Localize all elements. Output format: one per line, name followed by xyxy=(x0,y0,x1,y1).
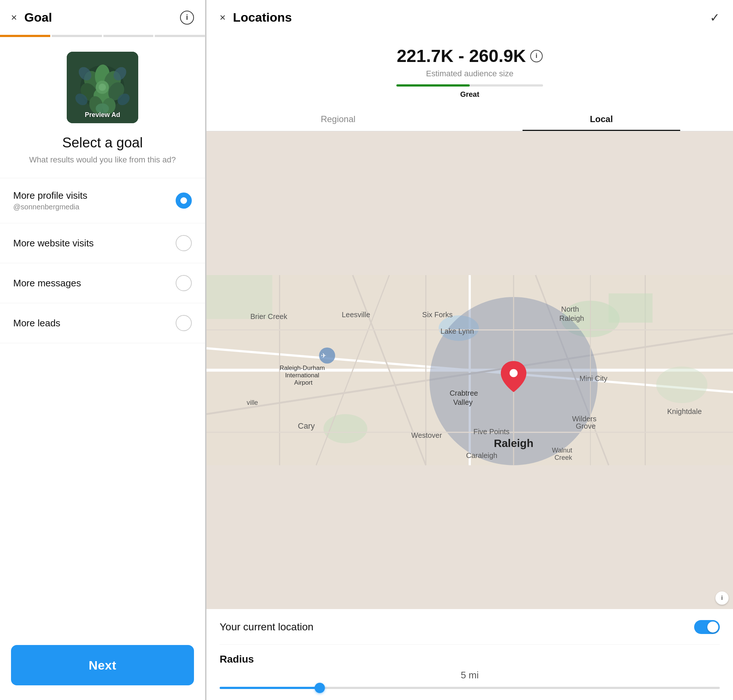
current-location-label: Your current location xyxy=(220,621,314,633)
progress-segment-3 xyxy=(103,35,154,37)
svg-text:Westover: Westover xyxy=(411,431,442,439)
tab-local[interactable]: Local xyxy=(470,107,733,131)
option-messages[interactable]: More messages xyxy=(0,263,205,303)
audience-range: 221.7K - 260.9K xyxy=(397,46,526,66)
svg-text:Lake Lynn: Lake Lynn xyxy=(440,327,474,335)
svg-point-29 xyxy=(656,367,708,403)
gauge-bar xyxy=(220,84,720,87)
select-goal-subtitle: What results would you like from this ad… xyxy=(0,155,205,165)
option-label-profile: More profile visits xyxy=(13,190,87,201)
right-close-icon[interactable]: × xyxy=(220,12,225,24)
svg-text:Creek: Creek xyxy=(555,454,572,461)
svg-text:Walnut: Walnut xyxy=(552,447,572,454)
slider-thumb[interactable] xyxy=(315,683,325,693)
right-panel: × Locations ✓ 221.7K - 260.9K i Estimate… xyxy=(206,0,733,700)
svg-text:Leesville: Leesville xyxy=(342,310,370,319)
svg-text:Brier Creek: Brier Creek xyxy=(250,312,287,321)
left-info-icon[interactable]: i xyxy=(180,10,194,25)
radius-section: Radius 5 mi xyxy=(220,653,720,689)
option-label-leads: More leads xyxy=(13,318,60,329)
svg-text:Raleigh-Durham: Raleigh-Durham xyxy=(280,365,325,372)
left-title: Goal xyxy=(24,10,52,25)
next-btn-container: Next xyxy=(0,636,205,700)
svg-text:ville: ville xyxy=(247,399,258,406)
svg-text:Raleigh: Raleigh xyxy=(494,437,534,449)
left-header: × Goal i xyxy=(0,0,205,35)
right-check-icon[interactable]: ✓ xyxy=(710,10,720,25)
progress-segment-2 xyxy=(52,35,102,37)
toggle-knob xyxy=(707,622,718,632)
svg-text:Crabtree: Crabtree xyxy=(450,389,478,397)
right-header: × Locations ✓ xyxy=(206,0,733,35)
svg-point-11 xyxy=(99,84,106,91)
slider-fill xyxy=(220,687,320,689)
left-close-icon[interactable]: × xyxy=(11,12,17,23)
svg-text:North: North xyxy=(561,305,579,313)
svg-text:Mini City: Mini City xyxy=(579,374,607,382)
gauge-label: Great xyxy=(220,90,720,99)
option-label-website: More website visits xyxy=(13,238,94,249)
option-profile-visits[interactable]: More profile visits @sonnenbergmedia xyxy=(0,178,205,223)
bottom-controls: Your current location Radius 5 mi xyxy=(206,609,733,700)
svg-text:✈: ✈ xyxy=(321,352,326,359)
slider-track xyxy=(220,687,720,689)
tabs-row: Regional Local xyxy=(206,107,733,131)
next-button[interactable]: Next xyxy=(11,645,194,685)
audience-section: 221.7K - 260.9K i Estimated audience siz… xyxy=(206,35,733,99)
svg-text:Valley: Valley xyxy=(453,398,472,406)
audience-info-icon[interactable]: i xyxy=(530,50,543,62)
audience-label: Estimated audience size xyxy=(220,69,720,78)
options-list: More profile visits @sonnenbergmedia Mor… xyxy=(0,178,205,636)
preview-image[interactable]: Preview Ad xyxy=(67,52,138,123)
svg-text:Grove: Grove xyxy=(576,422,596,430)
option-website-visits[interactable]: More website visits xyxy=(0,223,205,263)
svg-text:Knightdale: Knightdale xyxy=(667,407,702,415)
svg-text:Raleigh: Raleigh xyxy=(559,314,584,322)
option-label-messages: More messages xyxy=(13,278,81,289)
current-location-row: Your current location xyxy=(220,620,720,645)
svg-text:Six Forks: Six Forks xyxy=(422,310,452,319)
progress-bar xyxy=(0,35,205,37)
left-panel: × Goal i xyxy=(0,0,205,700)
map-info-button[interactable]: i xyxy=(715,591,729,604)
preview-ad-label: Preview Ad xyxy=(85,111,120,119)
radius-label: Radius xyxy=(220,653,254,665)
radio-messages[interactable] xyxy=(176,275,192,291)
svg-rect-30 xyxy=(609,293,653,323)
radio-leads[interactable] xyxy=(176,315,192,331)
svg-text:International: International xyxy=(285,372,319,379)
radius-value: 5 mi xyxy=(220,669,720,681)
svg-text:Caraleigh: Caraleigh xyxy=(466,451,497,459)
radio-profile-visits[interactable] xyxy=(176,193,192,209)
map-container: Brier Creek Leesville Six Forks North Ra… xyxy=(206,131,733,609)
radius-slider[interactable] xyxy=(220,687,720,689)
svg-text:Airport: Airport xyxy=(294,379,312,386)
svg-point-65 xyxy=(510,369,518,377)
tab-regional[interactable]: Regional xyxy=(206,107,470,131)
svg-text:Cary: Cary xyxy=(298,421,315,431)
preview-container: Preview Ad xyxy=(0,52,205,123)
progress-segment-1 xyxy=(0,35,50,37)
svg-text:Wilders: Wilders xyxy=(572,415,596,423)
right-title: Locations xyxy=(233,10,292,25)
progress-segment-4 xyxy=(155,35,205,37)
current-location-toggle[interactable] xyxy=(694,620,720,634)
radio-website-visits[interactable] xyxy=(176,235,192,251)
option-leads[interactable]: More leads xyxy=(0,303,205,343)
select-goal-title: Select a goal xyxy=(0,135,205,151)
svg-text:Five Points: Five Points xyxy=(473,428,510,435)
option-sublabel-profile: @sonnenbergmedia xyxy=(13,203,87,211)
